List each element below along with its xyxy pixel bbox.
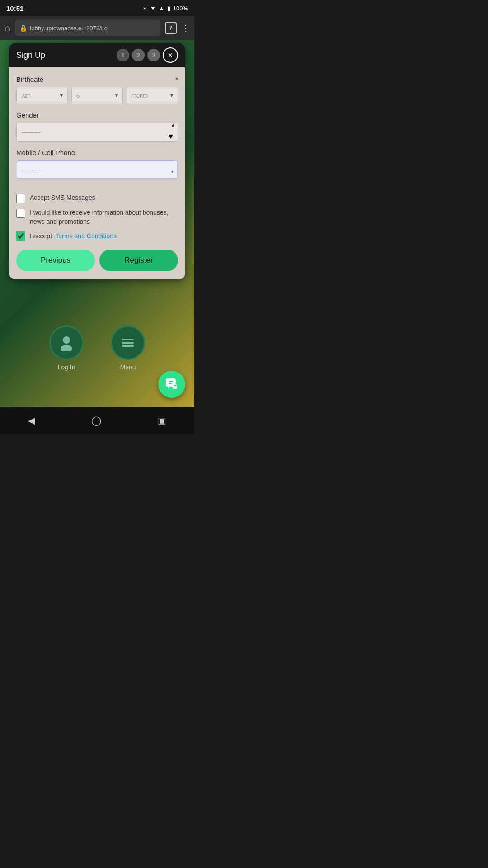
svg-rect-10 — [174, 385, 176, 386]
menu-nav-circle — [111, 326, 145, 360]
sms-checkbox[interactable] — [16, 194, 25, 203]
modal-body: Birthdate * Jan FebMarApr MayJunJul AugS… — [9, 67, 185, 279]
menu-icon — [119, 334, 136, 351]
step-1: 1 — [117, 49, 129, 61]
modal-header: Sign Up 1 2 3 × — [9, 43, 185, 67]
url-text: lobby.uptownaces.eu:2072/Lo — [30, 25, 108, 32]
bonuses-checkbox-row: I would like to receive information abou… — [16, 208, 178, 226]
phone-label: Mobile / Cell Phone — [16, 149, 178, 156]
bottom-nav: Log In Menu — [0, 326, 194, 371]
bluetooth-icon: ∗ — [142, 5, 147, 12]
bonuses-checkbox[interactable] — [16, 209, 25, 218]
svg-point-0 — [63, 336, 70, 344]
svg-marker-8 — [168, 387, 169, 389]
register-button[interactable]: Register — [99, 250, 178, 271]
gender-label: Gender — [16, 111, 178, 119]
year-select-wrapper: month 200019991998 ▼ — [127, 87, 178, 104]
menu-label: Menu — [120, 363, 136, 371]
chat-icon — [165, 377, 178, 391]
svg-rect-11 — [174, 387, 175, 387]
phone-wrapper: * — [16, 160, 178, 186]
gender-select[interactable]: ---------- Male Female Other — [16, 123, 178, 142]
svg-rect-3 — [122, 342, 134, 344]
terms-text: I accept Terms and Conditions — [30, 232, 117, 240]
step-2: 2 — [132, 49, 145, 61]
step-3: 3 — [147, 49, 160, 61]
modal-title: Sign Up — [16, 51, 45, 60]
svg-rect-4 — [122, 345, 134, 347]
step-indicators: 1 2 3 × — [117, 47, 178, 63]
back-button[interactable]: ◀ — [28, 415, 35, 426]
battery-icon: ▮ — [167, 5, 170, 12]
login-nav-item[interactable]: Log In — [49, 326, 84, 371]
sms-label: Accept SMS Messages — [30, 193, 95, 203]
bonuses-label: I would like to receive information abou… — [30, 208, 178, 226]
year-select[interactable]: month 200019991998 — [127, 87, 178, 104]
sms-checkbox-row: Accept SMS Messages — [16, 193, 178, 203]
month-select-wrapper: Jan FebMarApr MayJunJul AugSepOct NovDec… — [16, 87, 68, 104]
tabs-button[interactable]: 7 — [165, 22, 177, 34]
month-select[interactable]: Jan FebMarApr MayJunJul AugSepOct NovDec — [16, 87, 68, 104]
lock-icon: 🔒 — [19, 24, 27, 32]
signup-modal: Sign Up 1 2 3 × Birthdate * Jan — [9, 43, 185, 279]
day-select[interactable]: 6 1234 5789 10 — [71, 87, 123, 104]
terms-checkbox-row: I accept Terms and Conditions — [16, 231, 178, 241]
gender-select-wrapper: ---------- Male Female Other * ▼ — [16, 123, 178, 142]
svg-rect-7 — [169, 383, 172, 384]
previous-button[interactable]: Previous — [16, 250, 95, 271]
recents-button[interactable]: ▣ — [158, 415, 166, 426]
phone-input[interactable] — [16, 160, 178, 179]
svg-point-1 — [61, 345, 72, 351]
battery-percent: 100% — [173, 5, 188, 12]
person-icon — [58, 334, 75, 351]
birthdate-label: Birthdate * — [16, 75, 178, 83]
home-button[interactable]: ◯ — [91, 415, 101, 426]
status-bar: 10:51 ∗ ▼ ▲ ▮ 100% — [0, 0, 194, 16]
login-nav-circle — [49, 326, 84, 360]
browser-menu-button[interactable]: ⋮ — [181, 23, 190, 33]
home-icon[interactable]: ⌂ — [5, 22, 10, 34]
close-button[interactable]: × — [163, 47, 178, 63]
terms-link[interactable]: Terms and Conditions — [56, 232, 117, 240]
chat-fab[interactable] — [158, 371, 185, 398]
status-time: 10:51 — [6, 5, 23, 12]
wifi-icon: ▼ — [150, 5, 156, 12]
android-nav: ◀ ◯ ▣ — [0, 407, 194, 434]
svg-rect-6 — [169, 381, 173, 382]
signal-icon: ▲ — [159, 5, 164, 12]
terms-checkbox[interactable] — [16, 231, 25, 241]
menu-nav-item[interactable]: Menu — [111, 326, 145, 371]
svg-rect-2 — [122, 339, 134, 340]
day-select-wrapper: 6 1234 5789 10 ▼ — [71, 87, 123, 104]
login-label: Log In — [58, 363, 75, 371]
browser-bar: ⌂ 🔒 lobby.uptownaces.eu:2072/Lo 7 ⋮ — [0, 16, 194, 40]
button-row: Previous Register — [16, 250, 178, 271]
url-bar[interactable]: 🔒 lobby.uptownaces.eu:2072/Lo — [15, 20, 160, 36]
status-icons: ∗ ▼ ▲ ▮ 100% — [142, 5, 188, 12]
birthdate-row: Jan FebMarApr MayJunJul AugSepOct NovDec… — [16, 87, 178, 104]
